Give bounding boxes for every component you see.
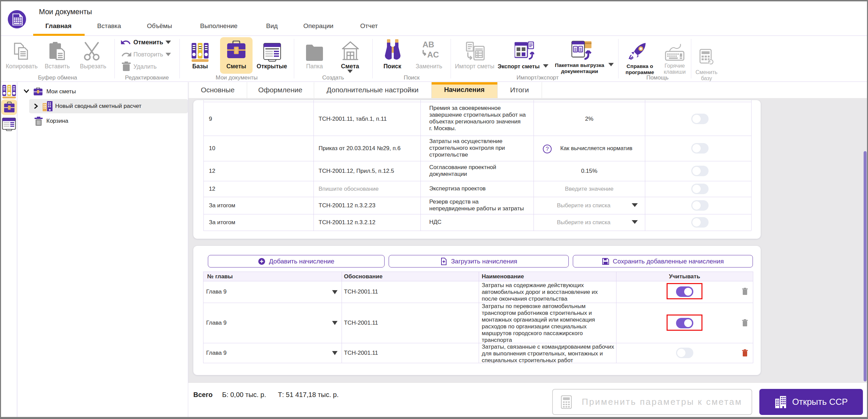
svg-text:?: ?	[546, 146, 549, 152]
